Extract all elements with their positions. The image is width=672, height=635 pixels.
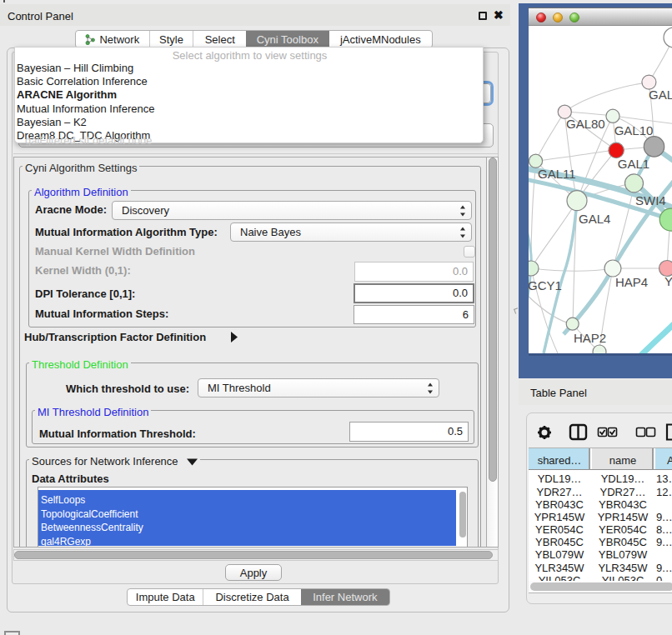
- svg-text:GAL10: GAL10: [614, 123, 654, 138]
- svg-text:GAL80: GAL80: [566, 117, 605, 131]
- svg-text:GAL7: GAL7: [649, 88, 672, 102]
- svg-text:HAP4: HAP4: [615, 275, 648, 289]
- svg-text:GAL11: GAL11: [538, 167, 576, 181]
- svg-text:YJ: YJ: [664, 274, 672, 288]
- svg-text:GAL4: GAL4: [579, 212, 610, 226]
- svg-text:GCY1: GCY1: [529, 278, 562, 292]
- svg-text:SWI4: SWI4: [635, 193, 666, 208]
- svg-text:GAL1: GAL1: [618, 157, 649, 171]
- svg-text:HAP2: HAP2: [574, 331, 606, 345]
